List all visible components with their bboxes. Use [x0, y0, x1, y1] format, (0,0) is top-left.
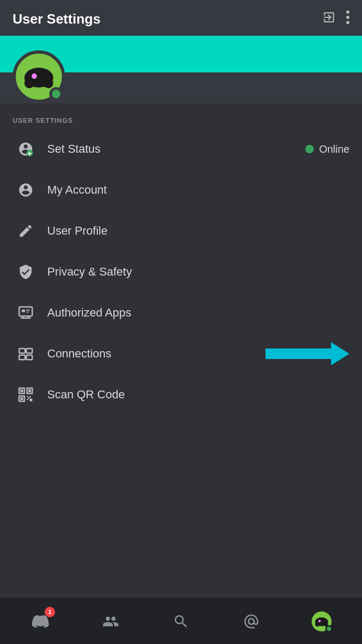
header: User Settings — [0, 0, 362, 36]
user-profile-label: User Profile — [47, 224, 349, 238]
authorized-apps-label: Authorized Apps — [47, 306, 349, 320]
svg-rect-26 — [30, 399, 33, 402]
svg-point-0 — [346, 10, 349, 14]
menu-list: Set Status Online My Account User Profil… — [0, 129, 362, 415]
svg-point-29 — [315, 621, 320, 626]
svg-rect-27 — [28, 397, 30, 399]
profile-section — [0, 36, 362, 104]
svg-rect-15 — [26, 355, 32, 360]
svg-point-6 — [31, 73, 37, 78]
scan-qr-icon — [13, 382, 39, 408]
sidebar-item-connections[interactable]: Connections — [0, 333, 362, 374]
svg-rect-14 — [19, 355, 25, 360]
nav-avatar — [312, 611, 332, 631]
svg-rect-20 — [28, 389, 31, 392]
sidebar-item-user-profile[interactable]: User Profile — [0, 210, 362, 251]
sidebar-item-set-status[interactable]: Set Status Online — [0, 129, 362, 170]
svg-point-5 — [44, 77, 54, 88]
bottom-nav: 1 — [0, 598, 362, 644]
sidebar-item-my-account[interactable]: My Account — [0, 170, 362, 210]
nav-item-mentions[interactable] — [236, 606, 267, 637]
svg-rect-10 — [26, 310, 29, 311]
logout-icon[interactable] — [322, 10, 336, 27]
svg-rect-23 — [27, 396, 29, 398]
avatar-status-dot — [49, 87, 63, 101]
svg-point-1 — [346, 16, 349, 19]
svg-rect-13 — [26, 349, 32, 353]
privacy-safety-icon — [13, 259, 39, 285]
online-status-text: Online — [319, 143, 349, 155]
search-icon — [173, 613, 189, 630]
scan-qr-label: Scan QR Code — [47, 388, 349, 402]
svg-rect-9 — [22, 310, 25, 312]
svg-rect-11 — [26, 312, 28, 313]
my-account-icon — [13, 177, 39, 203]
svg-rect-18 — [20, 389, 23, 392]
home-badge: 1 — [45, 607, 55, 617]
svg-point-4 — [24, 77, 34, 88]
user-profile-icon — [13, 218, 39, 244]
more-options-icon[interactable] — [346, 10, 349, 27]
arrow-annotation — [265, 342, 349, 365]
svg-rect-24 — [30, 396, 31, 398]
nav-item-friends[interactable] — [95, 606, 126, 637]
svg-rect-22 — [20, 397, 23, 400]
connections-arrow — [265, 342, 349, 365]
privacy-safety-label: Privacy & Safety — [47, 265, 349, 279]
sidebar-item-scan-qr-code[interactable]: Scan QR Code — [0, 374, 362, 415]
svg-rect-12 — [19, 349, 25, 353]
friends-icon — [102, 613, 119, 630]
avatar-container — [13, 50, 65, 103]
nav-item-profile[interactable] — [306, 606, 337, 637]
svg-point-31 — [318, 620, 321, 622]
svg-rect-8 — [19, 307, 33, 316]
mentions-icon — [243, 613, 260, 630]
page-title: User Settings — [13, 11, 101, 27]
svg-point-2 — [346, 21, 349, 24]
online-status-dot — [305, 145, 314, 153]
sidebar-item-privacy-safety[interactable]: Privacy & Safety — [0, 251, 362, 292]
nav-avatar-status — [325, 625, 333, 632]
svg-marker-16 — [265, 342, 349, 365]
header-icons — [322, 10, 349, 27]
nav-item-search[interactable] — [165, 606, 197, 637]
set-status-icon — [13, 136, 39, 162]
svg-rect-25 — [27, 399, 29, 400]
section-label: USER SETTINGS — [0, 104, 362, 129]
sidebar-item-authorized-apps[interactable]: Authorized Apps — [0, 292, 362, 333]
nav-item-home[interactable]: 1 — [25, 606, 56, 637]
connections-icon — [13, 341, 39, 367]
status-display: Online — [305, 143, 349, 155]
set-status-label: Set Status — [47, 142, 305, 156]
my-account-label: My Account — [47, 183, 349, 197]
authorized-apps-icon — [13, 300, 39, 326]
